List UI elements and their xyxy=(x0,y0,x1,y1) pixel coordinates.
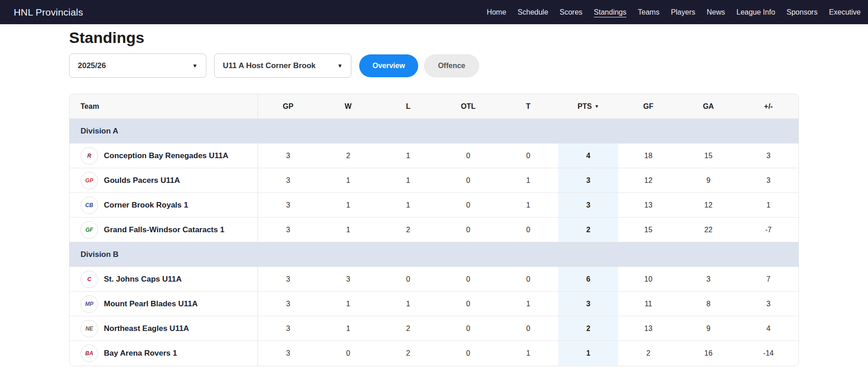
stat-otl: 0 xyxy=(438,292,498,316)
standings-row-bay-arena-rovers-1[interactable]: BABay Arena Rovers 1302011216-14 xyxy=(70,341,798,366)
stat-t: 1 xyxy=(498,168,558,192)
standings-row-goulds-pacers-u11a[interactable]: GPGoulds Pacers U11A3110131293 xyxy=(70,168,798,193)
stat-l: 2 xyxy=(378,218,438,242)
stat-gp: 3 xyxy=(258,316,318,341)
stat-diff: -7 xyxy=(739,218,798,242)
standings-row-st-johns-caps-u11a[interactable]: CSt. Johns Caps U11A3300061037 xyxy=(70,267,798,292)
stat-pts: 3 xyxy=(558,193,618,217)
nav-item-news[interactable]: News xyxy=(706,8,725,16)
stat-t: 0 xyxy=(498,267,558,291)
standings-row-grand-falls-windsor-cataracts-1[interactable]: GFGrand Falls-Windsor Cataracts 13120021… xyxy=(70,218,798,242)
nav-item-standings[interactable]: Standings xyxy=(594,8,626,16)
brand[interactable]: HNL Provincials xyxy=(14,7,83,18)
stat-otl: 0 xyxy=(438,168,498,192)
division-select[interactable]: U11 A Host Corner Brook ▼ xyxy=(214,53,351,78)
division-header-division-b: Division B xyxy=(70,242,798,267)
stat-w: 1 xyxy=(318,316,378,341)
stat-t: 0 xyxy=(498,316,558,341)
stat-gf: 18 xyxy=(618,144,678,168)
column-header-label: Team xyxy=(81,102,99,111)
nav-item-executive[interactable]: Executive xyxy=(829,8,861,16)
column-header-otl[interactable]: OTL xyxy=(438,94,498,118)
column-header-label: T xyxy=(526,102,531,111)
column-header-label: GP xyxy=(283,102,293,111)
team-name: Grand Falls-Windsor Cataracts 1 xyxy=(104,225,224,235)
stat-gf: 11 xyxy=(618,292,678,316)
team-name: Mount Pearl Blades U11A xyxy=(104,299,198,309)
division-select-value: U11 A Host Corner Brook xyxy=(223,61,316,70)
column-header-gp[interactable]: GP xyxy=(258,94,318,118)
column-header-team[interactable]: Team xyxy=(70,94,258,118)
sort-desc-icon: ▼ xyxy=(594,104,599,109)
team-name: St. Johns Caps U11A xyxy=(104,275,182,284)
team-logo: MP xyxy=(81,295,98,313)
nav-item-scores[interactable]: Scores xyxy=(560,8,582,16)
column-header-label: W xyxy=(345,102,351,111)
team-name: Conception Bay Renegades U11A xyxy=(104,151,228,160)
season-select-value: 2025/26 xyxy=(78,61,106,70)
table-header-row: TeamGPWLOTLTPTS▼GFGA+/- xyxy=(70,94,798,119)
stat-gf: 12 xyxy=(618,168,678,192)
nav-item-teams[interactable]: Teams xyxy=(638,8,659,16)
standings-row-northeast-eagles-u11a[interactable]: NENortheast Eagles U11A3120021394 xyxy=(70,316,798,341)
column-header-label: PTS xyxy=(577,102,592,111)
team-cell: GFGrand Falls-Windsor Cataracts 1 xyxy=(70,218,258,242)
stat-ga: 8 xyxy=(679,292,739,316)
stat-pts: 2 xyxy=(558,218,618,242)
stat-otl: 0 xyxy=(438,267,498,291)
column-header-w[interactable]: W xyxy=(318,94,378,118)
stat-diff: 3 xyxy=(739,144,798,168)
stat-gf: 13 xyxy=(618,316,678,341)
team-cell: RConception Bay Renegades U11A xyxy=(70,144,258,168)
stat-otl: 0 xyxy=(438,341,498,366)
stat-gp: 3 xyxy=(258,144,318,168)
team-cell: GPGoulds Pacers U11A xyxy=(70,168,258,192)
page-title: Standings xyxy=(69,29,799,47)
column-header-label: GA xyxy=(703,102,714,111)
stat-gf: 10 xyxy=(618,267,678,291)
team-logo: BA xyxy=(81,345,98,362)
team-cell: BABay Arena Rovers 1 xyxy=(70,341,258,366)
stat-diff: 7 xyxy=(739,267,798,291)
team-name: Corner Brook Royals 1 xyxy=(104,201,188,210)
stat-l: 2 xyxy=(378,341,438,366)
nav-item-league-info[interactable]: League Info xyxy=(737,8,776,16)
stat-gp: 3 xyxy=(258,292,318,316)
column-header-pts[interactable]: PTS▼ xyxy=(558,94,618,118)
stat-w: 1 xyxy=(318,218,378,242)
stat-diff: 3 xyxy=(739,168,798,192)
chevron-down-icon: ▼ xyxy=(337,63,343,69)
column-header-l[interactable]: L xyxy=(378,94,438,118)
nav-item-players[interactable]: Players xyxy=(671,8,695,16)
stat-gf: 13 xyxy=(618,193,678,217)
standings-row-mount-pearl-blades-u11a[interactable]: MPMount Pearl Blades U11A3110131183 xyxy=(70,292,798,316)
team-logo: GP xyxy=(81,172,98,189)
stat-w: 0 xyxy=(318,341,378,366)
standings-row-corner-brook-royals-1[interactable]: CBCorner Brook Royals 131101313121 xyxy=(70,193,798,218)
team-logo: NE xyxy=(81,320,98,337)
nav-item-home[interactable]: Home xyxy=(487,8,507,16)
column-header-ga[interactable]: GA xyxy=(679,94,739,118)
season-select[interactable]: 2025/26 ▼ xyxy=(69,53,206,78)
stat-t: 0 xyxy=(498,218,558,242)
column-header-t[interactable]: T xyxy=(498,94,558,118)
stat-ga: 12 xyxy=(679,193,739,217)
stat-gp: 3 xyxy=(258,341,318,366)
standings-table: TeamGPWLOTLTPTS▼GFGA+/-Division ARConcep… xyxy=(69,94,799,366)
column-header-label: GF xyxy=(643,102,653,111)
stat-pts: 3 xyxy=(558,292,618,316)
stat-l: 1 xyxy=(378,193,438,217)
column-header-diff[interactable]: +/- xyxy=(739,94,798,118)
stat-ga: 3 xyxy=(679,267,739,291)
chevron-down-icon: ▼ xyxy=(192,63,198,69)
stat-l: 0 xyxy=(378,267,438,291)
stat-w: 1 xyxy=(318,292,378,316)
column-header-gf[interactable]: GF xyxy=(618,94,678,118)
standings-row-conception-bay-renegades-u11a[interactable]: RConception Bay Renegades U11A3210041815… xyxy=(70,144,798,168)
tab-overview[interactable]: Overview xyxy=(359,54,418,77)
nav-item-schedule[interactable]: Schedule xyxy=(518,8,548,16)
stat-diff: 4 xyxy=(739,316,798,341)
nav-item-sponsors[interactable]: Sponsors xyxy=(787,8,818,16)
division-name: Division A xyxy=(70,119,798,143)
tab-offence[interactable]: Offence xyxy=(424,54,479,77)
